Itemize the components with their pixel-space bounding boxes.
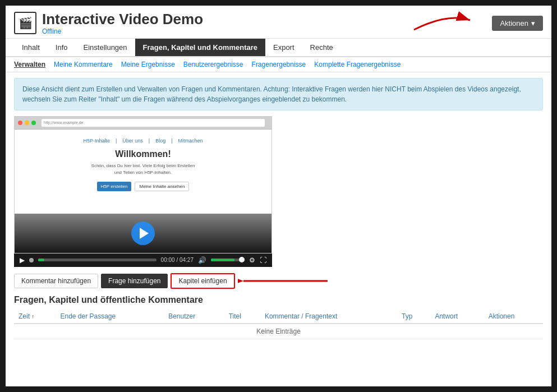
table-section: Fragen, Kapitel und öffentliche Kommenta… — [14, 295, 543, 339]
col-zeit[interactable]: Zeit ↑ — [14, 310, 56, 324]
info-box: Diese Ansicht dient zum Erstellen und Ve… — [14, 78, 543, 110]
col-antwort: Antwort — [430, 310, 484, 324]
view-content-button[interactable]: Meine Inhalte ansehen — [135, 182, 189, 191]
subnav-komplette-fragenergebnisse[interactable]: Komplette Fragenergebnisse — [314, 61, 401, 68]
page-title: Interactive Video Demo — [42, 11, 203, 27]
nav-fragen[interactable]: Fragen, Kapitel und Kommentare — [135, 39, 265, 56]
welcome-heading: Willkommen! — [115, 149, 171, 159]
play-button[interactable] — [131, 222, 155, 245]
browser-close-dot — [18, 121, 22, 125]
site-nav: H5P-Inhalte|Über uns|Blog|Mitmachen — [83, 138, 202, 144]
subnav-fragenergebnisse[interactable]: Fragenergebnisse — [252, 61, 306, 68]
main-navigation: Inhalt Info Einstellungen Fragen, Kapite… — [6, 39, 551, 57]
browser-url-bar: http://www.example.de — [42, 119, 265, 127]
volume-slider[interactable] — [211, 259, 245, 261]
aktionen-button[interactable]: Aktionen ▾ — [492, 16, 543, 31]
red-arrow-top — [408, 10, 476, 33]
subnav-verwalten[interactable]: Verwalten — [14, 61, 45, 68]
sub-navigation: Verwalten Meine Kommentare Meine Ergebni… — [6, 57, 551, 72]
progress-dot — [29, 258, 34, 262]
browser-max-dot — [31, 121, 36, 125]
col-titel: Titel — [224, 310, 260, 324]
kommentar-hinzufuegen-button[interactable]: Kommentar hinzufügen — [14, 274, 98, 288]
video-controls: ▶ 00:00 / 04:27 🔊 ⚙ ⛶ — [14, 253, 272, 267]
nav-einstellungen[interactable]: Einstellungen — [76, 39, 135, 56]
questions-table: Zeit ↑ Ende der Passage Benutzer Titel K… — [14, 310, 543, 339]
film-icon: 🎬 — [14, 12, 36, 34]
nav-export[interactable]: Export — [265, 39, 302, 56]
col-benutzer: Benutzer — [164, 310, 224, 324]
col-kommentar: Kommentar / Fragentext — [260, 310, 397, 324]
status-badge: Offline — [42, 27, 203, 35]
red-arrow-bottom — [238, 273, 328, 289]
h5p-create-button[interactable]: H5P erstellen — [97, 182, 132, 191]
settings-button[interactable]: ⚙ — [249, 256, 255, 264]
sort-arrow-icon: ↑ — [31, 313, 34, 320]
header-title-block: Interactive Video Demo Offline — [42, 11, 203, 35]
nav-info[interactable]: Info — [48, 39, 76, 56]
action-buttons-row: Kommentar hinzufügen Frage hinzufügen Ka… — [14, 273, 543, 289]
table-title: Fragen, Kapitel und öffentliche Kommenta… — [14, 295, 543, 305]
welcome-text: Schön, dass Du hier bist. Viele Erfolg b… — [87, 163, 199, 176]
col-typ: Typ — [397, 310, 430, 324]
col-aktionen: Aktionen — [484, 310, 543, 324]
fullscreen-button[interactable]: ⛶ — [260, 256, 266, 264]
nav-rechte[interactable]: Rechte — [302, 39, 341, 56]
video-container: http://www.example.de H5P-Inhalte|Über u… — [14, 116, 272, 267]
subnav-meine-kommentare[interactable]: Meine Kommentare — [54, 61, 113, 68]
subnav-benutzerergebnisse[interactable]: Benutzerergebnisse — [183, 61, 243, 68]
empty-message: Keine Einträge — [14, 324, 543, 339]
col-ende: Ende der Passage — [56, 310, 164, 324]
frage-hinzufuegen-button[interactable]: Frage hinzufügen — [101, 274, 168, 288]
page-header: 🎬 Interactive Video Demo Offline Aktione… — [6, 6, 551, 39]
play-triangle-icon — [140, 228, 149, 239]
progress-bar[interactable] — [38, 259, 156, 261]
browser-min-dot — [25, 121, 29, 125]
empty-row: Keine Einträge — [14, 324, 543, 339]
play-pause-button[interactable]: ▶ — [20, 256, 25, 264]
volume-button[interactable]: 🔊 — [198, 256, 206, 264]
time-display: 00:00 / 04:27 — [161, 257, 194, 263]
kapitel-einfuegen-button[interactable]: Kapitel einfügen — [171, 273, 234, 289]
subnav-meine-ergebnisse[interactable]: Meine Ergebnisse — [121, 61, 175, 68]
nav-inhalt[interactable]: Inhalt — [14, 39, 48, 56]
header-left: 🎬 Interactive Video Demo Offline — [14, 11, 203, 35]
